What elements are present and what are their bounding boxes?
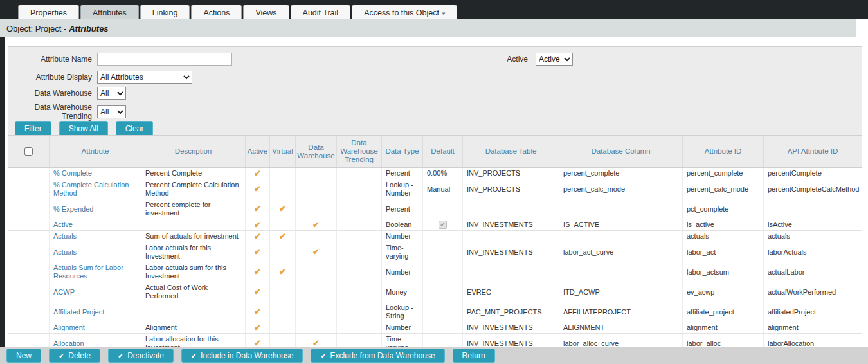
- filter-button[interactable]: Filter: [15, 121, 51, 136]
- row-select-cell[interactable]: [8, 231, 50, 242]
- attribute-link[interactable]: Actuals: [53, 248, 77, 257]
- attribute-id-cell: labor_alloc: [683, 334, 764, 347]
- row-select-cell[interactable]: [8, 219, 50, 230]
- row-select-cell[interactable]: [8, 168, 50, 179]
- attribute-link[interactable]: Alignment: [53, 323, 85, 332]
- select-all-checkbox[interactable]: [24, 147, 33, 156]
- tab-attributes[interactable]: Attributes: [80, 5, 139, 20]
- attribute-name-input[interactable]: [97, 53, 232, 66]
- active-filter-select[interactable]: Active: [536, 53, 573, 66]
- attribute-cell: % Expended: [50, 199, 141, 219]
- api-attribute-id-cell: laborAllocation: [764, 334, 862, 347]
- column-header-virtual[interactable]: Virtual: [270, 136, 296, 167]
- description-cell: Percent Complete: [141, 168, 246, 179]
- row-select-cell[interactable]: [8, 262, 50, 282]
- table-row: % Complete Calculation MethodPercent Com…: [8, 179, 862, 199]
- attributes-table: AttributeDescriptionActiveVirtualData Wa…: [8, 135, 862, 347]
- delete-button[interactable]: ✔Delete: [49, 349, 100, 363]
- table-row: Actuals Sum for Labor ResourcesLabor act…: [8, 262, 862, 282]
- database-table-cell: INV_PROJECTS: [463, 179, 559, 199]
- active-check-icon: ✔: [254, 185, 261, 193]
- data-type-cell: Boolean: [382, 219, 423, 230]
- exclude-from-data-warehouse-button[interactable]: ✔Exclude from Data Warehouse: [311, 349, 444, 363]
- column-header-active[interactable]: Active: [246, 136, 270, 167]
- api-attribute-id-cell: percentComplete: [764, 168, 862, 179]
- check-icon: ✔: [320, 352, 326, 359]
- column-header-description[interactable]: Description: [141, 136, 246, 167]
- data-warehouse-cell: [296, 322, 337, 333]
- active-cell: ✔: [246, 322, 270, 333]
- tab-properties[interactable]: Properties: [18, 5, 79, 20]
- data-type-cell: Time-varying: [382, 242, 423, 262]
- tab-actions[interactable]: Actions: [191, 5, 242, 20]
- virtual-cell: [270, 168, 296, 179]
- api-attribute-id-cell: [764, 199, 862, 219]
- default-cell: [423, 231, 463, 242]
- default-cell: [423, 262, 463, 282]
- row-select-cell[interactable]: [8, 242, 50, 262]
- row-select-cell[interactable]: [8, 199, 50, 219]
- attribute-link[interactable]: Actuals: [53, 232, 77, 241]
- attribute-link[interactable]: % Complete Calculation Method: [53, 181, 137, 197]
- attribute-display-select[interactable]: All Attributes: [97, 71, 192, 84]
- database-column-cell: labor_alloc_curve: [559, 334, 683, 347]
- dw-trending-cell: [337, 179, 382, 199]
- active-cell: ✔: [246, 231, 270, 242]
- column-header-data-warehouse[interactable]: Data Warehouse: [296, 136, 337, 167]
- attribute-id-cell: labor_actsum: [683, 262, 764, 282]
- tab-audit-trail[interactable]: Audit Trail: [291, 5, 351, 20]
- virtual-cell: [270, 179, 296, 199]
- column-header-default[interactable]: Default: [423, 136, 463, 167]
- clear-button[interactable]: Clear: [116, 121, 154, 136]
- attribute-link[interactable]: Actuals Sum for Labor Resources: [53, 264, 137, 280]
- row-select-cell[interactable]: [8, 334, 50, 347]
- active-check-icon: ✔: [254, 248, 261, 256]
- attribute-cell: Allocation: [50, 334, 141, 347]
- virtual-cell: [270, 302, 296, 322]
- include-in-data-warehouse-button[interactable]: ✔Include in Data Warehouse: [181, 349, 303, 363]
- attribute-link[interactable]: % Complete: [53, 169, 92, 177]
- attribute-link[interactable]: Affiliated Project: [53, 308, 104, 316]
- data-warehouse-trending-select[interactable]: All: [97, 105, 126, 118]
- show-all-button[interactable]: Show All: [59, 121, 108, 136]
- attribute-link[interactable]: Active: [53, 221, 73, 229]
- attribute-link[interactable]: Allocation: [53, 340, 84, 348]
- attribute-link[interactable]: ACWP: [53, 288, 75, 296]
- data-warehouse-cell: [296, 282, 337, 302]
- attribute-cell: ACWP: [50, 282, 141, 302]
- attribute-cell: Active: [50, 219, 141, 230]
- return-button[interactable]: Return: [453, 349, 495, 363]
- dw-trending-cell: [337, 302, 382, 322]
- database-table-cell: INV_INVESTMENTS: [463, 242, 559, 262]
- attribute-cell: Actuals Sum for Labor Resources: [50, 262, 141, 282]
- column-header-database-column[interactable]: Database Column: [559, 136, 683, 167]
- column-header-attribute[interactable]: Attribute: [50, 136, 141, 167]
- data-warehouse-select[interactable]: All: [97, 87, 126, 100]
- default-checkbox-checked-disabled: ✔: [439, 221, 447, 229]
- data-type-cell: Lookup - String: [382, 302, 423, 322]
- description-cell: Labor allocation for this Investment: [141, 334, 246, 347]
- tab-views[interactable]: Views: [243, 5, 289, 20]
- column-header-api-attribute-id[interactable]: API Attribute ID: [764, 136, 862, 167]
- tab-linking[interactable]: Linking: [140, 5, 190, 20]
- attribute-display-label: Attribute Display: [8, 73, 92, 82]
- row-select-cell[interactable]: [8, 302, 50, 322]
- breadcrumb: Object: Project - Attributes: [0, 19, 856, 37]
- column-header-database-table[interactable]: Database Table: [463, 136, 559, 167]
- attribute-name-label: Attribute Name: [8, 55, 92, 64]
- api-attribute-id-cell: laborActuals: [764, 242, 862, 262]
- row-select-cell[interactable]: [8, 282, 50, 302]
- deactivate-button[interactable]: ✔Deactivate: [108, 349, 174, 363]
- column-header-attribute-id[interactable]: Attribute ID: [683, 136, 764, 167]
- column-header-data-warehouse-trending[interactable]: Data Warehouse Trending: [337, 136, 382, 167]
- column-header-data-type[interactable]: Data Type: [382, 136, 423, 167]
- attribute-link[interactable]: % Expended: [53, 205, 93, 214]
- attribute-id-cell: actuals: [683, 231, 764, 242]
- active-check-icon: ✔: [254, 205, 261, 213]
- active-check-icon: ✔: [254, 221, 261, 229]
- tab-access-to-this-object[interactable]: Access to this Object▾: [352, 5, 457, 20]
- new-button[interactable]: New: [6, 349, 41, 363]
- row-select-cell[interactable]: [8, 322, 50, 333]
- row-select-cell[interactable]: [8, 179, 50, 199]
- active-cell: ✔: [246, 302, 270, 322]
